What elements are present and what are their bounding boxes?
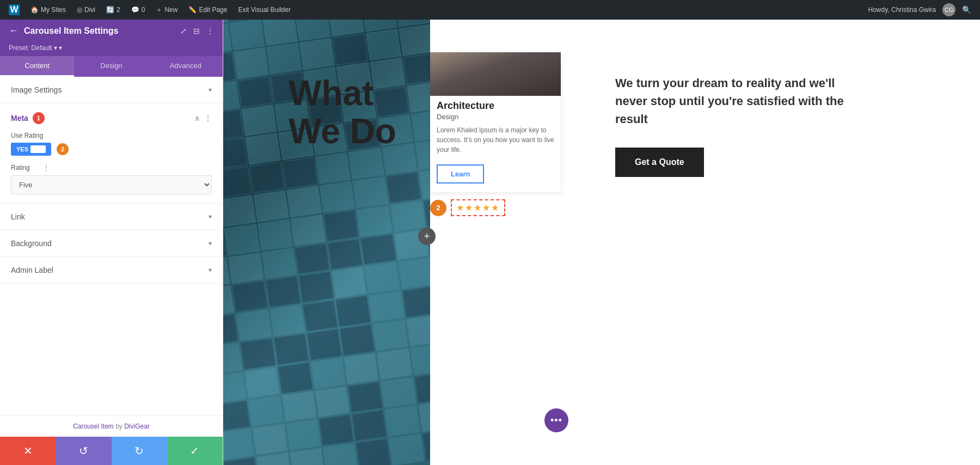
header-icons: ⤢ ⊟ ⋮ xyxy=(180,27,214,35)
link-header[interactable]: Link ▾ xyxy=(11,212,212,221)
rating-select[interactable]: One Two Three Four Five xyxy=(11,175,212,194)
preset-select[interactable]: Preset: Default xyxy=(9,44,62,52)
toggle-slider xyxy=(30,145,46,153)
card-image xyxy=(430,52,561,96)
comments-icon: 💬 xyxy=(131,6,139,14)
hero-line-1: What xyxy=(289,74,396,112)
rating-label: Rating xyxy=(11,164,38,172)
background-header[interactable]: Background ▾ xyxy=(11,239,212,248)
link-chevron: ▾ xyxy=(209,213,212,221)
main-layout: ← Carousel Item Settings ⤢ ⊟ ⋮ Preset: D… xyxy=(0,20,980,465)
admin-bar: W 🏠 My Sites ◎ Divi 🔄 2 💬 0 ＋ New ✏️ Edi… xyxy=(0,0,980,20)
exit-builder-label: Exit Visual Builder xyxy=(238,6,291,14)
avatar[interactable]: CG xyxy=(942,3,955,16)
divi-label: Divi xyxy=(84,6,95,14)
tab-design[interactable]: Design xyxy=(74,56,148,77)
admin-label-header[interactable]: Admin Label ▾ xyxy=(11,266,212,274)
rating-row: Rating ⋮ xyxy=(11,163,212,172)
my-sites-label: My Sites xyxy=(41,6,66,14)
pencil-icon: ✏️ xyxy=(188,6,197,14)
admin-bar-divi[interactable]: ◎ Divi xyxy=(72,0,100,20)
image-settings-chevron: ▾ xyxy=(209,86,212,94)
meta-collapse-btn[interactable]: ∧ xyxy=(194,114,200,123)
admin-label-title: Admin Label xyxy=(11,266,53,274)
meta-header: Meta 1 ∧ ⋮ xyxy=(11,112,212,124)
panel-footer: Carousel Item by DiviGear xyxy=(0,415,223,437)
undo-button[interactable]: ↺ xyxy=(56,437,111,465)
new-label: New xyxy=(164,6,177,14)
tab-content[interactable]: Content xyxy=(0,56,74,77)
updates-count: 2 xyxy=(117,6,120,14)
confirm-button[interactable]: ✓ xyxy=(167,437,223,465)
rating-options-btn[interactable]: ⋮ xyxy=(42,163,50,172)
use-rating-label: Use Rating xyxy=(11,132,212,139)
meta-title: Meta xyxy=(11,114,28,123)
admin-bar-right: Howdy, Christina Gwira CG 🔍 xyxy=(864,3,976,16)
admin-bar-new[interactable]: ＋ New xyxy=(151,0,182,20)
preset-label: Preset: Default xyxy=(0,42,223,56)
left-panel: ← Carousel Item Settings ⤢ ⊟ ⋮ Preset: D… xyxy=(0,20,223,465)
cancel-button[interactable]: ✕ xyxy=(0,437,56,465)
card-subtitle: Design xyxy=(437,113,554,121)
admin-bar-exit-builder[interactable]: Exit Visual Builder xyxy=(234,0,295,20)
get-quote-button[interactable]: Get a Quote xyxy=(615,148,704,177)
image-settings-header[interactable]: Image Settings ▾ xyxy=(11,85,212,94)
updates-icon: 🔄 xyxy=(106,6,114,14)
howdy-text: Howdy, Christina Gwira xyxy=(864,6,940,14)
admin-bar-comments[interactable]: 💬 0 xyxy=(127,0,150,20)
add-circle-button[interactable]: + xyxy=(418,228,436,245)
preview-area: What We Do Architecture Design Lorem Kha… xyxy=(223,20,980,465)
panel-tabs: Content Design Advanced xyxy=(0,56,223,77)
panel-content: Image Settings ▾ Meta 1 ∧ ⋮ Use Rating xyxy=(0,77,223,415)
card-body: Architecture Design Lorem Khaled Ipsum i… xyxy=(430,96,561,159)
action-buttons: ✕ ↺ ↻ ✓ xyxy=(0,437,223,465)
admin-bar-updates[interactable]: 🔄 2 xyxy=(102,0,125,20)
admin-label-chevron: ▾ xyxy=(209,266,212,274)
toggle-button[interactable]: YES xyxy=(11,143,51,156)
background-chevron: ▾ xyxy=(209,240,212,247)
floating-dots-button[interactable]: ••• xyxy=(544,408,568,432)
meta-badge: 1 xyxy=(33,112,45,124)
meta-controls: ∧ ⋮ xyxy=(194,114,212,123)
stars-box: ★★★★★ xyxy=(451,199,505,216)
admin-bar-edit-page[interactable]: ✏️ Edit Page xyxy=(184,0,231,20)
use-rating-row: Use Rating YES 2 xyxy=(11,132,212,156)
panel-title: Carousel Item Settings xyxy=(24,26,175,36)
admin-bar-wp[interactable]: W xyxy=(4,0,24,20)
link-title: Link xyxy=(11,212,25,221)
section-background: Background ▾ xyxy=(0,230,223,257)
meta-section: Meta 1 ∧ ⋮ Use Rating YES 2 xyxy=(0,103,223,204)
more-icon[interactable]: ⋮ xyxy=(206,27,214,35)
meta-more-btn[interactable]: ⋮ xyxy=(204,114,212,123)
new-icon: ＋ xyxy=(156,5,162,15)
divi-icon: ◎ xyxy=(77,6,82,14)
hero-text: What We Do xyxy=(289,74,396,151)
tagline: We turn your dream to reality and we'll … xyxy=(615,74,844,128)
card-image-inner xyxy=(430,52,561,96)
background-title: Background xyxy=(11,239,52,248)
toggle-wrap: YES 2 xyxy=(11,143,212,156)
wp-icon: W xyxy=(9,4,20,15)
learn-button[interactable]: Learn xyxy=(437,164,484,183)
back-button[interactable]: ← xyxy=(9,25,19,36)
card-overlay: Architecture Design Lorem Khaled Ipsum i… xyxy=(430,52,561,192)
right-content: We turn your dream to reality and we'll … xyxy=(593,52,980,199)
stars-container: 2 ★★★★★ xyxy=(430,199,505,216)
footer-link-divigear[interactable]: DiviGear xyxy=(124,423,150,430)
section-admin-label: Admin Label ▾ xyxy=(0,257,223,284)
stars-rating: ★★★★★ xyxy=(456,203,500,212)
expand-icon[interactable]: ⤢ xyxy=(180,27,187,35)
edit-page-label: Edit Page xyxy=(199,6,227,14)
search-icon[interactable]: 🔍 xyxy=(958,5,976,14)
toggle-label: YES xyxy=(16,146,28,152)
footer-by: by xyxy=(115,423,124,430)
layout-icon[interactable]: ⊟ xyxy=(193,27,200,35)
section-image-settings: Image Settings ▾ xyxy=(0,77,223,103)
redo-button[interactable]: ↻ xyxy=(112,437,167,465)
comments-count: 0 xyxy=(142,6,145,14)
tab-advanced[interactable]: Advanced xyxy=(149,56,223,77)
section-link: Link ▾ xyxy=(0,204,223,230)
image-settings-title: Image Settings xyxy=(11,85,62,94)
admin-bar-my-sites[interactable]: 🏠 My Sites xyxy=(26,0,70,20)
footer-link-carousel-item[interactable]: Carousel Item xyxy=(73,423,114,430)
